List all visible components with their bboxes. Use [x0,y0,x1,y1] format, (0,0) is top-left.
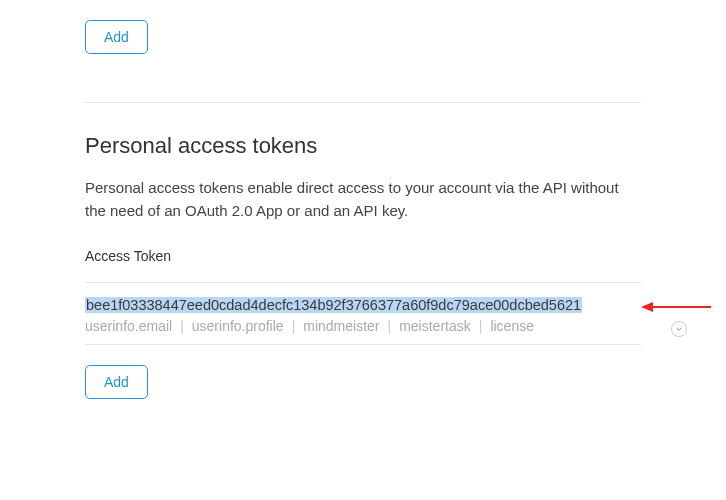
scope-item: mindmeister [303,318,379,334]
token-scopes: userinfo.email | userinfo.profile | mind… [85,318,641,334]
annotation-arrow-icon [641,297,711,317]
scope-separator: | [388,318,392,334]
chevron-down-icon [675,325,683,333]
section-title: Personal access tokens [85,133,641,159]
scope-separator: | [180,318,184,334]
section-description: Personal access tokens enable direct acc… [85,177,641,222]
scope-separator: | [292,318,296,334]
token-value[interactable]: bee1f03338447eed0cdad4decfc134b92f376637… [85,297,582,313]
scope-item: meistertask [399,318,471,334]
access-token-label: Access Token [85,248,641,264]
add-button-bottom[interactable]: Add [85,365,148,399]
svg-marker-1 [641,302,653,312]
section-divider [85,102,641,103]
scope-item: userinfo.email [85,318,172,334]
add-button-top[interactable]: Add [85,20,148,54]
token-block: bee1f03338447eed0cdad4decfc134b92f376637… [85,282,641,345]
token-menu-button[interactable] [671,321,687,337]
scope-item: userinfo.profile [192,318,284,334]
scope-item: license [490,318,534,334]
scope-separator: | [479,318,483,334]
